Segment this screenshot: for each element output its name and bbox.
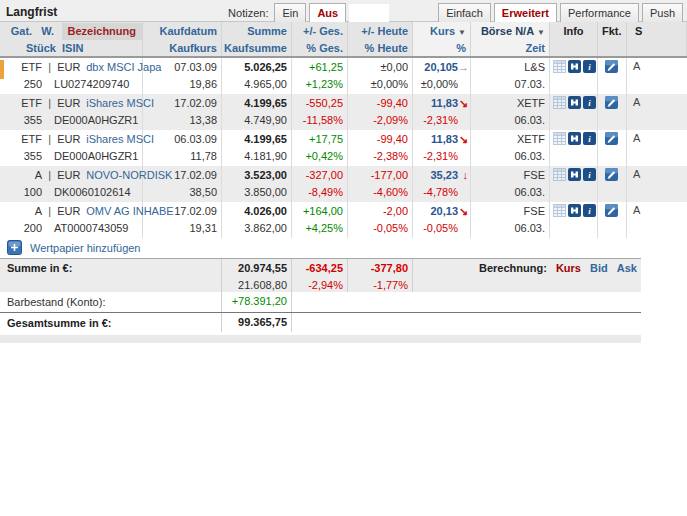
header-fkt: Fkt. — [602, 23, 626, 40]
buy-date-cell: 17.02.09 19,31 — [143, 202, 222, 238]
security-cell: A | EUR OMV AG INHABE 200 AT0000743059 — [0, 202, 143, 238]
current-sum: 4.199,65 — [222, 95, 287, 112]
currency: EUR — [57, 59, 81, 76]
table-body: ETF | EUR dbx MSCI Japa 250 LU0274209740… — [0, 58, 687, 238]
add-security-link[interactable]: Wertpapier hinzufügen — [30, 242, 140, 254]
chart-edit-icon[interactable] — [605, 60, 618, 73]
buy-date: 06.03.09 — [143, 131, 217, 148]
barbestand-label: Barbestand (Konto): — [0, 292, 222, 312]
binoculars-icon[interactable] — [568, 60, 581, 73]
header-boerse[interactable]: Börse N/A — [481, 25, 534, 37]
header-pges[interactable]: % Ges. — [292, 40, 343, 57]
gain-today-cell: -99,40 -2,38% — [348, 130, 413, 166]
currency: EUR — [57, 95, 81, 112]
header-ges[interactable]: +/- Ges. — [292, 23, 343, 40]
sum-cell: 5.026,25 4.965,00 — [222, 58, 292, 94]
info-icon[interactable]: i — [583, 132, 596, 145]
summary-pheute: -1,77% — [348, 277, 408, 294]
status-flag: A — [633, 204, 640, 216]
quote-time: 06.03. — [471, 148, 545, 165]
buy-date-cell: 06.03.09 11,78 — [143, 130, 222, 166]
table-icon[interactable] — [553, 168, 566, 181]
header-info: Info — [550, 23, 597, 40]
header-kaufkurs[interactable]: Kaufkurs — [143, 40, 217, 57]
info-icon[interactable]: i — [583, 168, 596, 181]
plus-icon[interactable] — [7, 240, 22, 257]
tab-push[interactable]: Push — [642, 3, 683, 22]
header-pct[interactable]: % — [413, 40, 470, 57]
binoculars-icon[interactable] — [568, 132, 581, 145]
today-pct: -4,60% — [348, 184, 408, 201]
info-icon[interactable]: i — [583, 60, 596, 73]
info-icon[interactable]: i — [583, 96, 596, 109]
notes-off-tab[interactable]: Aus — [309, 3, 346, 22]
price: 11,83 — [431, 95, 458, 112]
header-isin[interactable]: ISIN — [62, 40, 83, 57]
table-icon[interactable] — [553, 204, 566, 217]
buy-date: 17.02.09 — [143, 95, 217, 112]
header-heute[interactable]: +/- Heute — [348, 23, 408, 40]
binoculars-icon[interactable] — [568, 204, 581, 217]
header-kaufsumme[interactable]: Kaufsumme — [222, 40, 287, 57]
table-icon[interactable] — [553, 60, 566, 73]
tab-strip: Notizen: Ein Aus Einfach Erweitert Perfo… — [228, 3, 686, 22]
binoculars-icon[interactable] — [568, 96, 581, 109]
summary-heute-cell: -377,80 -1,77% — [348, 259, 413, 292]
gain-abs: +164,00 — [292, 203, 343, 220]
price: 20,105 — [424, 59, 458, 76]
gain-abs: +17,75 — [292, 131, 343, 148]
tab-einfach[interactable]: Einfach — [438, 3, 491, 22]
notes-on-tab[interactable]: Ein — [274, 3, 306, 22]
header-col-info: Info — [550, 22, 598, 56]
header-kaufdatum[interactable]: Kaufdatum — [143, 23, 217, 40]
chart-edit-icon[interactable] — [605, 96, 618, 109]
calc-kurs-link[interactable]: Kurs — [556, 262, 581, 274]
binoculars-icon[interactable] — [568, 168, 581, 181]
tab-performance[interactable]: Performance — [560, 3, 639, 22]
separator: | — [45, 203, 54, 220]
isin: LU0274209740 — [54, 78, 129, 90]
header-summe[interactable]: Summe — [222, 23, 287, 40]
gain-pct: +4,25% — [292, 220, 343, 237]
summary-sum-row: Summe in €: 20.974,55 21.608,80 -634,25 … — [0, 258, 641, 292]
header-bezeichnung[interactable]: Bezeichnung — [62, 23, 142, 40]
status-cell: A — [627, 58, 687, 94]
isin: DE000A0HGZR1 — [54, 150, 138, 162]
quote-time: 07.03. — [471, 76, 545, 93]
category: A — [0, 167, 42, 184]
header-kurs[interactable]: Kurs — [430, 25, 455, 37]
table-icon[interactable] — [553, 96, 566, 109]
table-row: A | EUR OMV AG INHABE 200 AT0000743059 1… — [0, 202, 687, 238]
header-zeit[interactable]: Zeit — [471, 40, 545, 57]
info-cell: i — [550, 202, 598, 238]
chart-edit-icon[interactable] — [605, 132, 618, 145]
table-icon[interactable] — [553, 132, 566, 145]
status-flag: A — [633, 168, 640, 180]
sum-cell: 4.199,65 4.181,90 — [222, 130, 292, 166]
buy-price: 19,31 — [143, 220, 217, 237]
calc-bid-link[interactable]: Bid — [590, 262, 608, 274]
chart-edit-icon[interactable] — [605, 168, 618, 181]
header-stueck[interactable]: Stück — [0, 40, 56, 57]
barbestand-value: +78.391,20 — [222, 292, 292, 312]
info-icon[interactable]: i — [583, 204, 596, 217]
gain-total-cell: +61,25 +1,23% — [292, 58, 348, 94]
exchange: FSE — [471, 167, 545, 184]
header-pheute[interactable]: % Heute — [348, 40, 408, 57]
tab-erweitert[interactable]: Erweitert — [494, 3, 557, 22]
calculation-mode: Berechnung: Kurs Bid Ask — [413, 259, 641, 292]
calc-ask-link[interactable]: Ask — [617, 262, 637, 274]
header-w[interactable]: W. — [41, 23, 59, 40]
header-boerse-sort[interactable]: Börse N/A▼ — [471, 23, 545, 40]
gain-total-cell: +164,00 +4,25% — [292, 202, 348, 238]
category: ETF — [0, 131, 42, 148]
header-gat[interactable]: Gat. — [0, 23, 32, 40]
header-kurs-sort[interactable]: Kurs▼ — [413, 23, 470, 40]
exchange: XETF — [471, 95, 545, 112]
header-col-fkt: Fkt. — [598, 22, 627, 56]
chart-edit-icon[interactable] — [605, 204, 618, 217]
category: A — [0, 203, 42, 220]
currency: EUR — [57, 203, 81, 220]
security-cell: ETF | EUR dbx MSCI Japa 250 LU0274209740 — [0, 58, 143, 94]
buy-price: 11,78 — [143, 148, 217, 165]
